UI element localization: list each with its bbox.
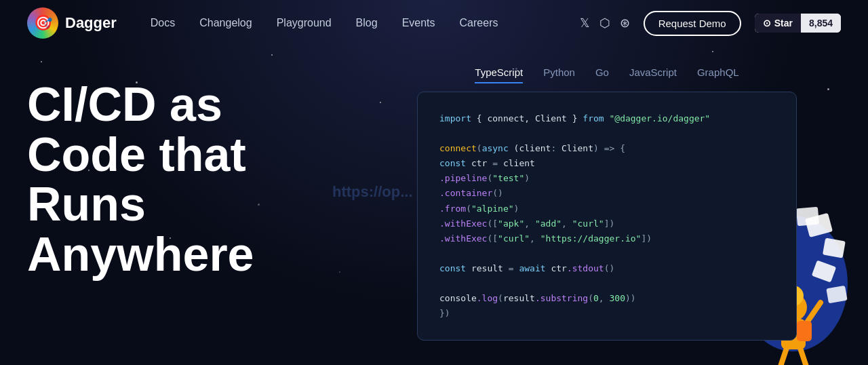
code-line-4: const ctr = client: [439, 156, 774, 171]
nav-blog[interactable]: Blog: [356, 17, 378, 29]
nav-docs[interactable]: Docs: [151, 17, 175, 29]
nav-changelog[interactable]: Changelog: [199, 17, 252, 29]
tab-graphql[interactable]: GraphQL: [697, 66, 739, 83]
code-block: import { connect, Client } from "@dagger…: [417, 92, 797, 341]
github-icon: ⊙: [763, 18, 771, 28]
nav-playground[interactable]: Playground: [277, 17, 332, 29]
code-line-10: [439, 246, 774, 261]
github-star-button[interactable]: ⊙ Star 8,854: [755, 14, 841, 33]
code-line-2: [439, 126, 774, 141]
hero-title: CI/CD as Code that Runs Anywhere: [27, 80, 353, 280]
nav-careers[interactable]: Careers: [460, 17, 498, 29]
tab-typescript[interactable]: TypeScript: [475, 66, 523, 83]
main-content: CI/CD as Code that Runs Anywhere Get Sta…: [0, 46, 868, 365]
logo-text: Dagger: [65, 14, 117, 32]
code-line-9: .withExec(["curl", "https://dagger.io"]): [439, 231, 774, 246]
navbar: 🎯 Dagger Docs Changelog Playground Blog …: [0, 0, 868, 46]
nav-events[interactable]: Events: [402, 17, 435, 29]
code-line-12: [439, 276, 774, 291]
code-panel: TypeScript Python Go JavaScript GraphQL …: [373, 66, 841, 341]
code-line-11: const result = await ctr.stdout(): [439, 261, 774, 276]
code-line-14: }): [439, 306, 774, 321]
github-social-icon[interactable]: ⊛: [620, 16, 630, 31]
code-line-13: console.log(result.substring(0, 300)): [439, 291, 774, 306]
tab-go[interactable]: Go: [595, 66, 609, 83]
code-line-1: import { connect, Client } from "@dagger…: [439, 111, 774, 126]
code-line-5: .pipeline("test"): [439, 171, 774, 186]
code-line-3: connect(async (client: Client) => {: [439, 141, 774, 156]
social-icons: 𝕏 ⬡ ⊛: [580, 16, 630, 31]
hero-section: CI/CD as Code that Runs Anywhere Get Sta…: [27, 66, 353, 365]
nav-right: 𝕏 ⬡ ⊛ Request Demo ⊙ Star 8,854: [580, 11, 841, 36]
discord-icon[interactable]: ⬡: [599, 16, 610, 31]
github-star-count: 8,854: [801, 14, 841, 33]
nav-links: Docs Changelog Playground Blog Events Ca…: [151, 17, 498, 29]
twitter-icon[interactable]: 𝕏: [580, 16, 590, 31]
code-tabs: TypeScript Python Go JavaScript GraphQL: [475, 66, 738, 83]
logo[interactable]: 🎯 Dagger: [27, 7, 117, 39]
code-line-8: .withExec(["apk", "add", "curl"]): [439, 216, 774, 231]
tab-python[interactable]: Python: [543, 66, 575, 83]
code-line-7: .from("alpine"): [439, 201, 774, 216]
request-demo-button[interactable]: Request Demo: [644, 11, 741, 36]
code-line-6: .container(): [439, 186, 774, 201]
logo-icon: 🎯: [27, 7, 58, 39]
github-star-label: ⊙ Star: [755, 14, 801, 33]
tab-javascript[interactable]: JavaScript: [629, 66, 677, 83]
